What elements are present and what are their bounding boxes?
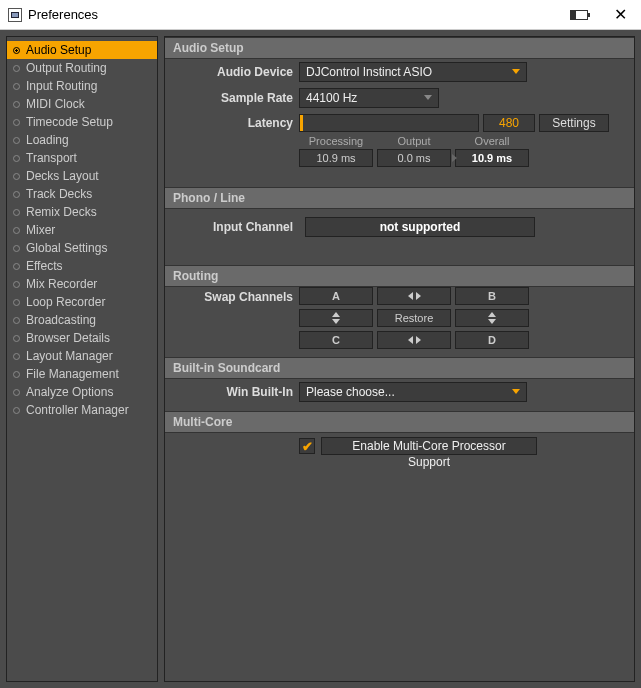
sidebar-item-label: Remix Decks [26,205,97,219]
sidebar-item-label: Effects [26,259,62,273]
latency-headers: Processing Output Overall [299,135,634,147]
sidebar-item-label: MIDI Clock [26,97,85,111]
radio-icon [13,407,20,414]
swap-c-button[interactable]: C [299,331,373,349]
sidebar-item-loop-recorder[interactable]: Loop Recorder [7,293,157,311]
section-multi-core: Multi-Core [165,411,634,433]
swap-a-b-button[interactable] [377,287,451,305]
lat-val-overall: 10.9 ms [455,149,529,167]
check-icon: ✔ [302,440,313,453]
dropdown-sample-rate[interactable]: 44100 Hz [299,88,439,108]
sidebar-item-remix-decks[interactable]: Remix Decks [7,203,157,221]
restore-button[interactable]: Restore [377,309,451,327]
sidebar-item-broadcasting[interactable]: Broadcasting [7,311,157,329]
sidebar-item-label: Controller Manager [26,403,129,417]
sidebar-item-label: Decks Layout [26,169,99,183]
titlebar: Preferences ✕ [0,0,641,30]
swap-b-d-button[interactable] [455,309,529,327]
section-phono-line: Phono / Line [165,187,634,209]
label-win-builtin: Win Built-In [173,385,293,399]
input-channel-value: not supported [305,217,535,237]
app-icon [8,8,22,22]
sidebar-item-label: Transport [26,151,77,165]
sidebar-item-global-settings[interactable]: Global Settings [7,239,157,257]
radio-icon [13,155,20,162]
lat-val-processing: 10.9 ms [299,149,373,167]
section-audio-setup: Audio Setup [165,37,634,59]
main-panel: Audio Setup Audio Device DJControl Insti… [164,36,635,682]
sidebar-item-loading[interactable]: Loading [7,131,157,149]
sidebar-item-track-decks[interactable]: Track Decks [7,185,157,203]
arrow-left-icon [408,292,413,300]
sidebar-item-browser-details[interactable]: Browser Details [7,329,157,347]
multicore-label: Enable Multi-Core Processor Support [321,437,537,455]
window-title: Preferences [28,7,570,22]
arrow-left-icon [408,336,413,344]
arrow-up-icon [488,312,496,317]
sidebar: Audio SetupOutput RoutingInput RoutingMI… [6,36,158,682]
swap-d-button[interactable]: D [455,331,529,349]
swap-a-button[interactable]: A [299,287,373,305]
dropdown-win-builtin[interactable]: Please choose... [299,382,527,402]
sidebar-item-label: Broadcasting [26,313,96,327]
radio-icon [13,389,20,396]
sidebar-item-label: Loading [26,133,69,147]
section-builtin-soundcard: Built-in Soundcard [165,357,634,379]
chevron-down-icon [512,389,520,394]
sidebar-item-label: Global Settings [26,241,107,255]
lat-hdr-overall: Overall [455,135,529,147]
sidebar-item-output-routing[interactable]: Output Routing [7,59,157,77]
radio-icon [13,335,20,342]
section-routing: Routing [165,265,634,287]
radio-icon [13,47,20,54]
dropdown-win-builtin-value: Please choose... [306,385,395,399]
sidebar-item-audio-setup[interactable]: Audio Setup [7,41,157,59]
sidebar-item-mixer[interactable]: Mixer [7,221,157,239]
lat-hdr-output: Output [377,135,451,147]
sidebar-item-timecode-setup[interactable]: Timecode Setup [7,113,157,131]
sidebar-item-label: Timecode Setup [26,115,113,129]
sidebar-item-file-management[interactable]: File Management [7,365,157,383]
lat-hdr-processing: Processing [299,135,373,147]
latency-value[interactable]: 480 [483,114,535,132]
label-sample-rate: Sample Rate [173,91,293,105]
arrow-right-icon [416,336,421,344]
radio-icon [13,137,20,144]
dropdown-audio-device-value: DJControl Instinct ASIO [306,65,432,79]
latency-slider[interactable] [299,114,479,132]
label-audio-device: Audio Device [173,65,293,79]
sidebar-item-midi-clock[interactable]: MIDI Clock [7,95,157,113]
latency-controls: 480 Settings [299,114,609,132]
label-latency: Latency [173,116,293,130]
radio-icon [13,191,20,198]
multicore-checkbox[interactable]: ✔ [299,438,315,454]
settings-button[interactable]: Settings [539,114,609,132]
dropdown-audio-device[interactable]: DJControl Instinct ASIO [299,62,527,82]
sidebar-item-mix-recorder[interactable]: Mix Recorder [7,275,157,293]
arrow-down-icon [332,319,340,324]
sidebar-item-label: Mix Recorder [26,277,97,291]
sidebar-item-label: File Management [26,367,119,381]
arrow-right-icon [416,292,421,300]
sidebar-item-analyze-options[interactable]: Analyze Options [7,383,157,401]
sidebar-item-controller-manager[interactable]: Controller Manager [7,401,157,419]
dropdown-sample-rate-value: 44100 Hz [306,91,357,105]
radio-icon [13,317,20,324]
radio-icon [13,65,20,72]
radio-icon [13,353,20,360]
sidebar-item-effects[interactable]: Effects [7,257,157,275]
battery-icon [570,10,588,20]
swap-b-button[interactable]: B [455,287,529,305]
swap-c-d-button[interactable] [377,331,451,349]
latency-values: 10.9 ms 0.0 ms 10.9 ms [299,149,634,167]
sidebar-item-input-routing[interactable]: Input Routing [7,77,157,95]
chevron-down-icon [512,69,520,74]
radio-icon [13,119,20,126]
sidebar-item-layout-manager[interactable]: Layout Manager [7,347,157,365]
sidebar-item-transport[interactable]: Transport [7,149,157,167]
radio-icon [13,83,20,90]
swap-a-c-button[interactable] [299,309,373,327]
label-swap-channels: Swap Channels [173,290,293,304]
close-button[interactable]: ✕ [608,3,633,26]
sidebar-item-decks-layout[interactable]: Decks Layout [7,167,157,185]
